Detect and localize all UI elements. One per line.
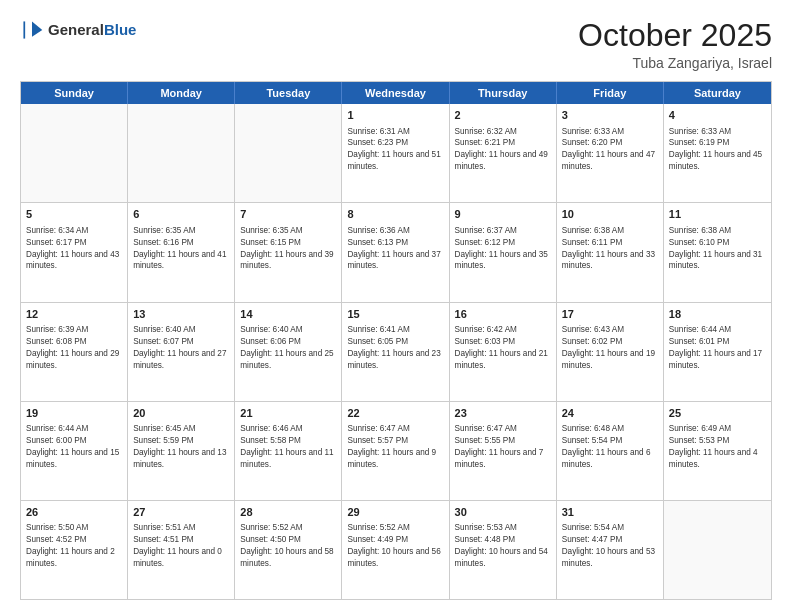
logo-text-block: GeneralBlue	[48, 22, 136, 39]
page: GeneralBlue October 2025 Tuba Zangariya,…	[0, 0, 792, 612]
calendar-body: 1Sunrise: 6:31 AM Sunset: 6:23 PM Daylig…	[21, 104, 771, 599]
day-info: Sunrise: 6:42 AM Sunset: 6:03 PM Dayligh…	[455, 324, 551, 372]
day-header-thursday: Thursday	[450, 82, 557, 104]
day-cell-26: 26Sunrise: 5:50 AM Sunset: 4:52 PM Dayli…	[21, 501, 128, 599]
day-number: 23	[455, 406, 551, 421]
logo-blue: Blue	[104, 22, 137, 39]
day-cell-28: 28Sunrise: 5:52 AM Sunset: 4:50 PM Dayli…	[235, 501, 342, 599]
day-cell-empty-4-6	[664, 501, 771, 599]
calendar: SundayMondayTuesdayWednesdayThursdayFrid…	[20, 81, 772, 600]
day-info: Sunrise: 6:33 AM Sunset: 6:20 PM Dayligh…	[562, 126, 658, 174]
day-cell-20: 20Sunrise: 6:45 AM Sunset: 5:59 PM Dayli…	[128, 402, 235, 500]
week-row-5: 26Sunrise: 5:50 AM Sunset: 4:52 PM Dayli…	[21, 501, 771, 599]
day-header-friday: Friday	[557, 82, 664, 104]
day-cell-11: 11Sunrise: 6:38 AM Sunset: 6:10 PM Dayli…	[664, 203, 771, 301]
day-number: 8	[347, 207, 443, 222]
day-info: Sunrise: 5:54 AM Sunset: 4:47 PM Dayligh…	[562, 522, 658, 570]
day-info: Sunrise: 6:38 AM Sunset: 6:10 PM Dayligh…	[669, 225, 766, 273]
day-number: 3	[562, 108, 658, 123]
day-cell-30: 30Sunrise: 5:53 AM Sunset: 4:48 PM Dayli…	[450, 501, 557, 599]
day-cell-empty-0-0	[21, 104, 128, 202]
day-number: 21	[240, 406, 336, 421]
day-info: Sunrise: 6:47 AM Sunset: 5:55 PM Dayligh…	[455, 423, 551, 471]
day-cell-19: 19Sunrise: 6:44 AM Sunset: 6:00 PM Dayli…	[21, 402, 128, 500]
day-cell-22: 22Sunrise: 6:47 AM Sunset: 5:57 PM Dayli…	[342, 402, 449, 500]
title-block: October 2025 Tuba Zangariya, Israel	[578, 18, 772, 71]
week-row-1: 1Sunrise: 6:31 AM Sunset: 6:23 PM Daylig…	[21, 104, 771, 203]
day-number: 5	[26, 207, 122, 222]
day-cell-25: 25Sunrise: 6:49 AM Sunset: 5:53 PM Dayli…	[664, 402, 771, 500]
day-info: Sunrise: 5:51 AM Sunset: 4:51 PM Dayligh…	[133, 522, 229, 570]
day-cell-5: 5Sunrise: 6:34 AM Sunset: 6:17 PM Daylig…	[21, 203, 128, 301]
day-info: Sunrise: 6:36 AM Sunset: 6:13 PM Dayligh…	[347, 225, 443, 273]
day-info: Sunrise: 6:44 AM Sunset: 6:01 PM Dayligh…	[669, 324, 766, 372]
day-number: 20	[133, 406, 229, 421]
day-number: 26	[26, 505, 122, 520]
day-info: Sunrise: 6:40 AM Sunset: 6:06 PM Dayligh…	[240, 324, 336, 372]
day-cell-6: 6Sunrise: 6:35 AM Sunset: 6:16 PM Daylig…	[128, 203, 235, 301]
day-number: 15	[347, 307, 443, 322]
day-number: 10	[562, 207, 658, 222]
day-cell-1: 1Sunrise: 6:31 AM Sunset: 6:23 PM Daylig…	[342, 104, 449, 202]
svg-rect-2	[23, 21, 25, 38]
day-number: 27	[133, 505, 229, 520]
day-info: Sunrise: 6:35 AM Sunset: 6:15 PM Dayligh…	[240, 225, 336, 273]
day-cell-7: 7Sunrise: 6:35 AM Sunset: 6:15 PM Daylig…	[235, 203, 342, 301]
day-cell-9: 9Sunrise: 6:37 AM Sunset: 6:12 PM Daylig…	[450, 203, 557, 301]
day-cell-10: 10Sunrise: 6:38 AM Sunset: 6:11 PM Dayli…	[557, 203, 664, 301]
day-cell-3: 3Sunrise: 6:33 AM Sunset: 6:20 PM Daylig…	[557, 104, 664, 202]
day-info: Sunrise: 6:33 AM Sunset: 6:19 PM Dayligh…	[669, 126, 766, 174]
subtitle: Tuba Zangariya, Israel	[578, 55, 772, 71]
week-row-2: 5Sunrise: 6:34 AM Sunset: 6:17 PM Daylig…	[21, 203, 771, 302]
day-cell-empty-0-2	[235, 104, 342, 202]
day-header-wednesday: Wednesday	[342, 82, 449, 104]
day-cell-21: 21Sunrise: 6:46 AM Sunset: 5:58 PM Dayli…	[235, 402, 342, 500]
day-info: Sunrise: 5:53 AM Sunset: 4:48 PM Dayligh…	[455, 522, 551, 570]
day-cell-8: 8Sunrise: 6:36 AM Sunset: 6:13 PM Daylig…	[342, 203, 449, 301]
day-cell-14: 14Sunrise: 6:40 AM Sunset: 6:06 PM Dayli…	[235, 303, 342, 401]
day-header-saturday: Saturday	[664, 82, 771, 104]
day-cell-31: 31Sunrise: 5:54 AM Sunset: 4:47 PM Dayli…	[557, 501, 664, 599]
day-number: 12	[26, 307, 122, 322]
day-number: 14	[240, 307, 336, 322]
day-info: Sunrise: 6:48 AM Sunset: 5:54 PM Dayligh…	[562, 423, 658, 471]
week-row-4: 19Sunrise: 6:44 AM Sunset: 6:00 PM Dayli…	[21, 402, 771, 501]
day-number: 30	[455, 505, 551, 520]
day-info: Sunrise: 5:50 AM Sunset: 4:52 PM Dayligh…	[26, 522, 122, 570]
main-title: October 2025	[578, 18, 772, 53]
day-cell-17: 17Sunrise: 6:43 AM Sunset: 6:02 PM Dayli…	[557, 303, 664, 401]
day-number: 6	[133, 207, 229, 222]
day-cell-2: 2Sunrise: 6:32 AM Sunset: 6:21 PM Daylig…	[450, 104, 557, 202]
day-number: 1	[347, 108, 443, 123]
day-number: 13	[133, 307, 229, 322]
logo-general: General	[48, 22, 104, 39]
day-info: Sunrise: 6:46 AM Sunset: 5:58 PM Dayligh…	[240, 423, 336, 471]
day-cell-23: 23Sunrise: 6:47 AM Sunset: 5:55 PM Dayli…	[450, 402, 557, 500]
day-info: Sunrise: 6:31 AM Sunset: 6:23 PM Dayligh…	[347, 126, 443, 174]
day-cell-4: 4Sunrise: 6:33 AM Sunset: 6:19 PM Daylig…	[664, 104, 771, 202]
day-cell-15: 15Sunrise: 6:41 AM Sunset: 6:05 PM Dayli…	[342, 303, 449, 401]
day-info: Sunrise: 6:34 AM Sunset: 6:17 PM Dayligh…	[26, 225, 122, 273]
calendar-header: SundayMondayTuesdayWednesdayThursdayFrid…	[21, 82, 771, 104]
day-info: Sunrise: 5:52 AM Sunset: 4:50 PM Dayligh…	[240, 522, 336, 570]
day-number: 7	[240, 207, 336, 222]
day-info: Sunrise: 6:37 AM Sunset: 6:12 PM Dayligh…	[455, 225, 551, 273]
day-info: Sunrise: 5:52 AM Sunset: 4:49 PM Dayligh…	[347, 522, 443, 570]
logo-icon	[20, 18, 44, 42]
day-number: 28	[240, 505, 336, 520]
day-number: 18	[669, 307, 766, 322]
day-header-tuesday: Tuesday	[235, 82, 342, 104]
day-info: Sunrise: 6:49 AM Sunset: 5:53 PM Dayligh…	[669, 423, 766, 471]
day-cell-24: 24Sunrise: 6:48 AM Sunset: 5:54 PM Dayli…	[557, 402, 664, 500]
day-number: 24	[562, 406, 658, 421]
day-cell-empty-0-1	[128, 104, 235, 202]
day-cell-16: 16Sunrise: 6:42 AM Sunset: 6:03 PM Dayli…	[450, 303, 557, 401]
day-number: 31	[562, 505, 658, 520]
day-info: Sunrise: 6:35 AM Sunset: 6:16 PM Dayligh…	[133, 225, 229, 273]
day-info: Sunrise: 6:47 AM Sunset: 5:57 PM Dayligh…	[347, 423, 443, 471]
day-cell-13: 13Sunrise: 6:40 AM Sunset: 6:07 PM Dayli…	[128, 303, 235, 401]
day-info: Sunrise: 6:41 AM Sunset: 6:05 PM Dayligh…	[347, 324, 443, 372]
day-number: 17	[562, 307, 658, 322]
day-info: Sunrise: 6:43 AM Sunset: 6:02 PM Dayligh…	[562, 324, 658, 372]
day-cell-29: 29Sunrise: 5:52 AM Sunset: 4:49 PM Dayli…	[342, 501, 449, 599]
